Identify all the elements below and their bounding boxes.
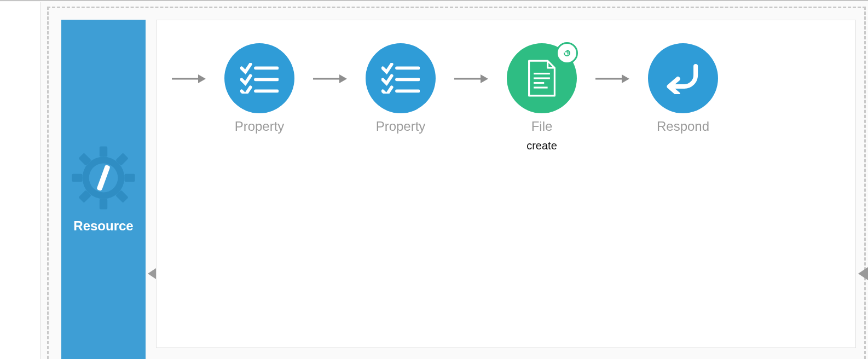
flow-node-label: File xyxy=(531,119,553,134)
flow-arrow-icon xyxy=(450,43,493,114)
flow-node-label: Property xyxy=(376,119,426,134)
gear-service-icon xyxy=(71,145,136,211)
flow-node-file[interactable]: File create xyxy=(493,43,591,152)
return-arrow-icon xyxy=(648,43,718,113)
flow-arrow-icon xyxy=(167,43,210,114)
flow-node-property[interactable]: Property xyxy=(210,43,309,134)
flow-canvas[interactable]: Property xyxy=(156,20,856,348)
resource-card[interactable]: Resource xyxy=(61,20,146,359)
flow-arrow-icon xyxy=(309,43,351,114)
workflow-editor-frame: Resource xyxy=(0,0,868,359)
file-document-icon xyxy=(507,43,577,113)
checklist-icon xyxy=(224,43,294,113)
svg-marker-19 xyxy=(339,74,347,83)
flow-node-respond[interactable]: Respond xyxy=(634,43,732,134)
flow-node-sublabel: create xyxy=(526,140,557,152)
left-gutter xyxy=(0,2,41,359)
flow-node-label: Property xyxy=(235,119,285,134)
svg-rect-3 xyxy=(124,174,135,182)
connector-badge-icon xyxy=(556,42,578,64)
svg-marker-24 xyxy=(481,74,488,83)
svg-marker-14 xyxy=(198,74,206,83)
svg-rect-1 xyxy=(100,199,107,209)
resource-card-label: Resource xyxy=(73,218,133,234)
svg-rect-0 xyxy=(100,146,107,157)
svg-marker-30 xyxy=(622,74,629,83)
svg-marker-12 xyxy=(858,267,868,280)
flow-node-property[interactable]: Property xyxy=(351,43,450,134)
flow-row: Property xyxy=(167,43,732,152)
checklist-icon xyxy=(366,43,436,113)
flow-arrow-icon xyxy=(591,43,634,114)
svg-rect-2 xyxy=(72,174,82,182)
connector-in-icon xyxy=(857,267,868,280)
flow-node-label: Respond xyxy=(657,119,709,134)
